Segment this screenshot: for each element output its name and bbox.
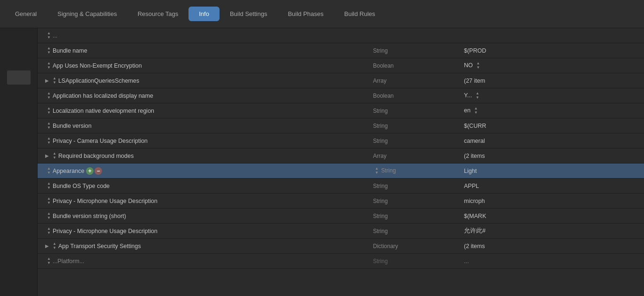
row-stepper[interactable]: ▲▼ <box>53 77 56 85</box>
key-cell: ▶ ▲▼ Required background modes <box>38 148 371 164</box>
tab-bar: General Signing & Capabilities Resource … <box>0 0 644 28</box>
value-cell[interactable]: microph <box>462 194 644 209</box>
table-row: ▲▼ Bundle OS Type code String APPL <box>38 179 644 194</box>
table-row: ▶ ▲▼ LSApplicationQueriesSchemes Array (… <box>38 73 644 88</box>
tab-build-settings[interactable]: Build Settings <box>220 7 278 21</box>
key-label: Localization native development region <box>53 108 154 114</box>
info-table: ▲▼ ... ▲▼ Bun <box>38 28 644 269</box>
key-cell: ▲▼ App Uses Non-Exempt Encryption <box>38 58 371 73</box>
table-row: ▶ ▲▼ App Transport Security Settings Dic… <box>38 239 644 254</box>
tab-signing[interactable]: Signing & Capabilities <box>47 7 127 21</box>
type-cell: String <box>371 194 463 209</box>
row-stepper[interactable]: ▲▼ <box>53 242 56 250</box>
row-stepper[interactable]: ▲▼ <box>47 182 51 190</box>
remove-row-button[interactable]: − <box>94 167 102 175</box>
key-label: Privacy - Microphone Usage Description <box>53 198 157 204</box>
table-row: ▲▼ Localization native development regio… <box>38 103 644 118</box>
value-cell[interactable]: Y... ▲▼ <box>462 88 644 103</box>
row-stepper[interactable]: ▲▼ <box>47 122 51 130</box>
type-cell: Boolean <box>371 88 463 103</box>
key-label: App Transport Security Settings <box>58 243 141 249</box>
type-cell: Array <box>371 73 463 88</box>
row-stepper[interactable]: ▲▼ <box>47 47 51 55</box>
row-stepper[interactable]: ▲▼ <box>47 167 51 175</box>
type-cell: String <box>371 133 463 148</box>
key-label: ... <box>53 32 57 39</box>
table-row: ▲▼ ...Platform... String ... <box>38 254 644 269</box>
type-text: String <box>381 167 396 174</box>
key-label: Bundle OS Type code <box>53 183 110 189</box>
key-label: Bundle version string (short) <box>53 213 126 219</box>
row-stepper[interactable]: ▲▼ <box>47 107 51 115</box>
key-cell: ▲▼ Application has localized display nam… <box>38 88 371 103</box>
value-cell[interactable]: en ▲▼ <box>462 103 644 118</box>
value-cell[interactable]: $(CURR <box>462 118 644 133</box>
type-cell: String <box>371 224 463 239</box>
value-cell: (2 items <box>462 148 644 164</box>
expand-arrow[interactable]: ▶ <box>45 153 49 158</box>
tab-resource-tags[interactable]: Resource Tags <box>127 7 188 21</box>
key-cell: ▲▼ Appearance + − <box>38 164 371 179</box>
key-label: Application has localized display name <box>53 93 153 99</box>
value-cell[interactable]: $(MARK <box>462 209 644 224</box>
sidebar <box>0 28 38 296</box>
type-cell: String <box>371 43 463 58</box>
row-stepper[interactable]: ▲▼ <box>47 257 51 265</box>
row-stepper[interactable]: ▲▼ <box>53 152 56 160</box>
value-stepper[interactable]: ▲▼ <box>476 62 480 70</box>
table-row: ▲▼ App Uses Non-Exempt Encryption Boolea… <box>38 58 644 73</box>
tab-build-rules[interactable]: Build Rules <box>334 7 385 21</box>
value-cell[interactable]: Light <box>462 164 644 179</box>
row-stepper[interactable]: ▲▼ <box>47 92 51 100</box>
row-controls: + − <box>86 167 102 175</box>
type-stepper[interactable]: ▲▼ <box>375 167 379 175</box>
key-cell: ▲▼ Bundle version <box>38 118 371 133</box>
value-stepper[interactable]: ▲▼ <box>476 92 479 100</box>
key-cell: ▲▼ Bundle OS Type code <box>38 179 371 194</box>
key-label: LSApplicationQueriesSchemes <box>58 78 139 84</box>
content-area: ▲▼ ... ▲▼ Bun <box>0 28 644 296</box>
tab-build-phases[interactable]: Build Phases <box>277 7 334 21</box>
row-stepper[interactable]: ▲▼ <box>47 31 51 39</box>
row-stepper[interactable]: ▲▼ <box>47 197 51 205</box>
table-row: ▲▼ Privacy - Microphone Usage Descriptio… <box>38 224 644 239</box>
key-cell: ▲▼ Privacy - Camera Usage Description <box>38 133 371 148</box>
value-cell: (27 item <box>462 73 644 88</box>
key-cell: ▲▼ ... <box>38 28 371 43</box>
expand-arrow[interactable]: ▶ <box>45 78 49 83</box>
add-row-button[interactable]: + <box>86 167 94 175</box>
row-stepper[interactable]: ▲▼ <box>47 62 51 70</box>
table-row: ▲▼ Privacy - Microphone Usage Descriptio… <box>38 194 644 209</box>
tab-general[interactable]: General <box>5 7 47 21</box>
value-cell[interactable]: APPL <box>462 179 644 194</box>
value-cell[interactable]: 允许此# <box>462 224 644 239</box>
main-area[interactable]: ▲▼ ... ▲▼ Bun <box>38 28 644 296</box>
key-cell: ▶ ▲▼ App Transport Security Settings <box>38 239 371 254</box>
type-cell: String <box>371 179 463 194</box>
value-text: Y... <box>464 92 472 99</box>
value-cell <box>462 28 644 43</box>
expand-arrow[interactable]: ▶ <box>45 243 49 249</box>
type-cell: String <box>371 103 463 118</box>
row-stepper[interactable]: ▲▼ <box>47 212 51 220</box>
tab-info[interactable]: Info <box>188 7 220 21</box>
sidebar-block <box>7 70 31 85</box>
value-cell[interactable]: $(PROD <box>462 43 644 58</box>
table-row: ▲▼ Bundle version string (short) String … <box>38 209 644 224</box>
value-cell: ... <box>462 254 644 269</box>
key-label: App Uses Non-Exempt Encryption <box>53 62 142 69</box>
value-stepper[interactable]: ▲▼ <box>474 107 478 115</box>
value-cell[interactable]: cameral <box>462 133 644 148</box>
table-row: ▲▼ Application has localized display nam… <box>38 88 644 103</box>
table-row: ▲▼ Privacy - Camera Usage Description St… <box>38 133 644 148</box>
key-cell: ▲▼ Bundle name <box>38 43 371 58</box>
key-cell: ▶ ▲▼ LSApplicationQueriesSchemes <box>38 73 371 88</box>
value-text: en <box>464 107 471 114</box>
type-cell: String <box>371 118 463 133</box>
type-cell <box>371 28 463 43</box>
row-stepper[interactable]: ▲▼ <box>47 227 51 235</box>
value-cell[interactable]: NO ▲▼ <box>462 58 644 73</box>
key-label: Appearance <box>53 168 84 174</box>
key-cell: ▲▼ Localization native development regio… <box>38 103 371 118</box>
row-stepper[interactable]: ▲▼ <box>47 137 51 145</box>
